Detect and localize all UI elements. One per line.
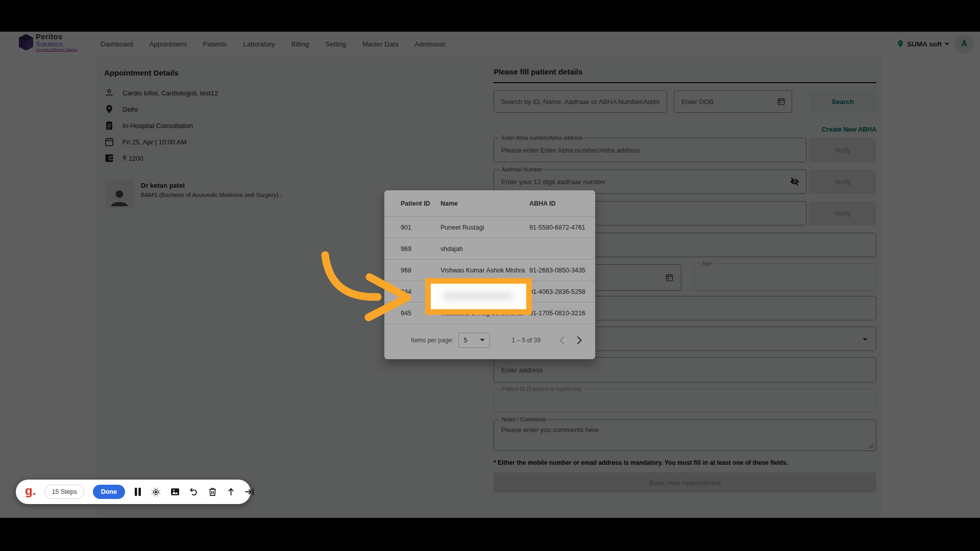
blur-tool-button[interactable]: [151, 486, 161, 497]
screen: Peritos Solutions Lets make Difference T…: [0, 0, 980, 551]
undo-button[interactable]: [189, 486, 199, 497]
letterbox-bottom: [0, 518, 980, 551]
letterbox-top: [0, 0, 980, 32]
pause-button[interactable]: [134, 486, 142, 497]
guide-logo: g.: [25, 485, 36, 497]
done-button[interactable]: Done: [93, 485, 125, 499]
skip-to-end-button[interactable]: [244, 486, 255, 497]
annotation-dim-overlay: [0, 0, 980, 551]
image-tool-button[interactable]: [170, 486, 180, 497]
share-up-button[interactable]: [226, 486, 236, 497]
steps-counter-badge[interactable]: 15 Steps: [44, 485, 84, 499]
guide-toolbar: g. 15 Steps Done: [16, 480, 251, 504]
delete-button[interactable]: [208, 486, 217, 497]
